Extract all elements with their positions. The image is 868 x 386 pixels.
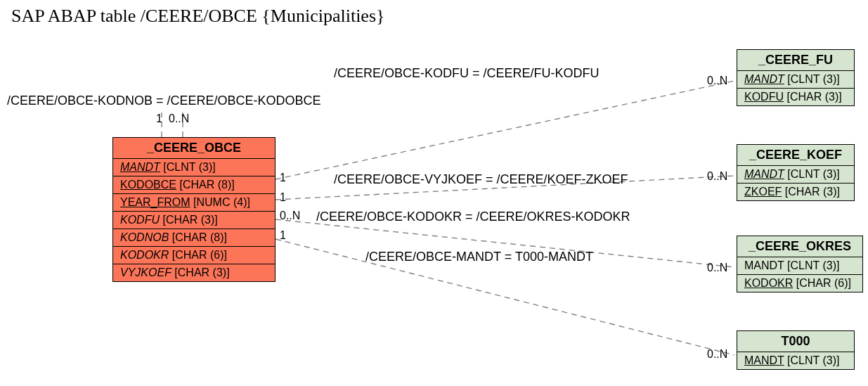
field-row: KODOBCE [CHAR (8)] xyxy=(113,176,275,194)
card-src-koef: 1 xyxy=(280,191,286,204)
field-row: YEAR_FROM [NUMC (4)] xyxy=(113,194,275,212)
field-row: MANDT [CLNT (3)] xyxy=(737,166,854,184)
entity-header: _CEERE_FU xyxy=(737,50,854,71)
card-dst-koef: 0..N xyxy=(707,170,727,183)
svg-line-2 xyxy=(276,81,734,179)
field-row: MANDT [CLNT (3)] xyxy=(737,71,854,89)
entity-ceere-obce: _CEERE_OBCE MANDT [CLNT (3)] KODOBCE [CH… xyxy=(112,137,276,282)
entity-ceere-fu: _CEERE_FU MANDT [CLNT (3)] KODFU [CHAR (… xyxy=(737,49,855,106)
entity-header: _CEERE_KOEF xyxy=(737,145,854,166)
entity-header: T000 xyxy=(737,331,854,352)
field-row: KODNOB [CHAR (8)] xyxy=(113,229,275,247)
card-self-right: 0..N xyxy=(169,112,189,125)
card-src-fu: 1 xyxy=(280,172,286,184)
card-dst-okres: 0..N xyxy=(707,262,727,274)
field-row: MANDT [CLNT (3)] xyxy=(113,159,275,176)
entity-ceere-okres: _CEERE_OKRES MANDT [CLNT (3)] KODOKR [CH… xyxy=(737,236,863,292)
entity-header: _CEERE_OBCE xyxy=(113,138,275,159)
field-row: KODOKR [CHAR (6)] xyxy=(737,275,862,292)
card-dst-t000: 0..N xyxy=(707,348,727,361)
field-row: MANDT [CLNT (3)] xyxy=(737,352,854,369)
relation-label-koef: /CEERE/OBCE-VYJKOEF = /CEERE/KOEF-ZKOEF xyxy=(334,172,628,187)
field-row: MANDT [CLNT (3)] xyxy=(737,257,862,275)
relation-label-okres: /CEERE/OBCE-KODOKR = /CEERE/OKRES-KODOKR xyxy=(316,210,630,224)
field-row: ZKOEF [CHAR (3)] xyxy=(737,184,854,200)
self-relation-label: /CEERE/OBCE-KODNOB = /CEERE/OBCE-KODOBCE xyxy=(7,94,321,108)
entity-t000: T000 MANDT [CLNT (3)] xyxy=(737,330,855,370)
entity-ceere-koef: _CEERE_KOEF MANDT [CLNT (3)] ZKOEF [CHAR… xyxy=(737,144,855,201)
card-src-t000: 1 xyxy=(280,229,286,242)
page-title: SAP ABAP table /CEERE/OBCE {Municipaliti… xyxy=(11,6,385,27)
card-src-okres: 0..N xyxy=(280,210,300,222)
field-row: VYJKOEF [CHAR (3)] xyxy=(113,264,275,281)
card-dst-fu: 0..N xyxy=(707,75,727,87)
card-self-left: 1 xyxy=(156,112,162,125)
relation-label-t000: /CEERE/OBCE-MANDT = T000-MANDT xyxy=(365,250,593,264)
entity-header: _CEERE_OKRES xyxy=(737,236,862,257)
field-row: KODFU [CHAR (3)] xyxy=(113,212,275,229)
field-row: KODFU [CHAR (3)] xyxy=(737,89,854,105)
relation-label-fu: /CEERE/OBCE-KODFU = /CEERE/FU-KODFU xyxy=(334,66,600,81)
field-row: KODOKR [CHAR (6)] xyxy=(113,247,275,264)
